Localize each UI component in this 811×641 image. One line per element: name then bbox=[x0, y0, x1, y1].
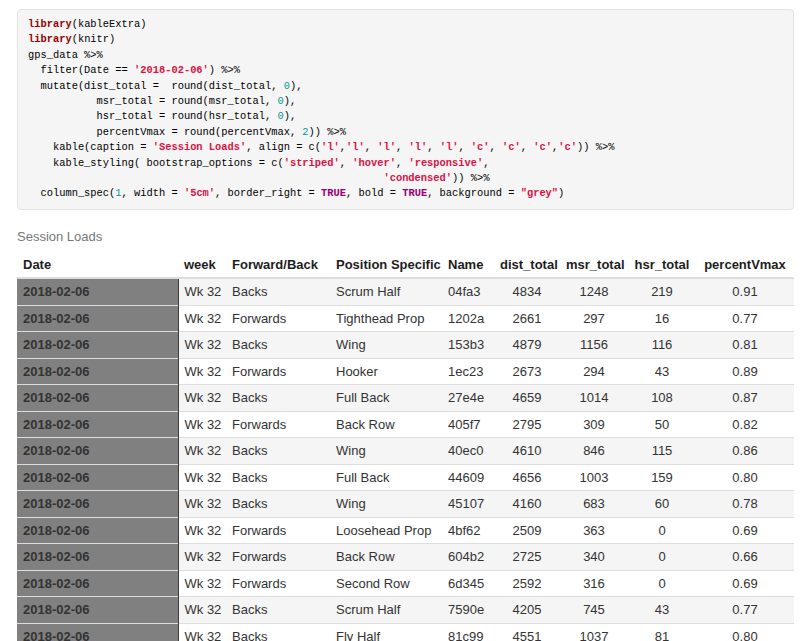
table-header-row: DateweekForward/BackPosition SpecificNam… bbox=[17, 252, 794, 279]
cell-forward-back: Backs bbox=[226, 278, 330, 305]
cell-percent-vmax: 0.89 bbox=[696, 358, 794, 385]
cell-hsr-total: 43 bbox=[628, 597, 696, 624]
cell-position-specific: Loosehead Prop bbox=[330, 517, 442, 544]
cell-forward-back: Backs bbox=[226, 464, 330, 491]
cell-msr-total: 1248 bbox=[560, 278, 628, 305]
cell-msr-total: 363 bbox=[560, 517, 628, 544]
cell-percent-vmax: 0.69 bbox=[696, 517, 794, 544]
cell-msr-total: 745 bbox=[560, 597, 628, 624]
cell-week: Wk 32 bbox=[178, 464, 226, 491]
cell-hsr-total: 116 bbox=[628, 332, 696, 359]
cell-position-specific: Fly Half bbox=[330, 623, 442, 641]
table-caption: Session Loads bbox=[17, 220, 794, 252]
cell-hsr-total: 0 bbox=[628, 517, 696, 544]
cell-forward-back: Forwards bbox=[226, 570, 330, 597]
cell-week: Wk 32 bbox=[178, 278, 226, 305]
cell-name: 405f7 bbox=[442, 411, 494, 438]
cell-week: Wk 32 bbox=[178, 305, 226, 332]
cell-dist-total: 2795 bbox=[494, 411, 560, 438]
cell-name: 04fa3 bbox=[442, 278, 494, 305]
cell-hsr-total: 16 bbox=[628, 305, 696, 332]
code-line: kable_styling( bootstrap_options = c('st… bbox=[28, 156, 785, 171]
cell-date: 2018-02-06 bbox=[17, 464, 178, 491]
cell-name: 6d345 bbox=[442, 570, 494, 597]
cell-forward-back: Backs bbox=[226, 438, 330, 465]
column-header-date: Date bbox=[17, 252, 178, 279]
cell-week: Wk 32 bbox=[178, 517, 226, 544]
cell-week: Wk 32 bbox=[178, 544, 226, 571]
cell-position-specific: Back Row bbox=[330, 411, 442, 438]
cell-date: 2018-02-06 bbox=[17, 544, 178, 571]
cell-hsr-total: 219 bbox=[628, 278, 696, 305]
cell-date: 2018-02-06 bbox=[17, 597, 178, 624]
cell-forward-back: Backs bbox=[226, 597, 330, 624]
code-line: kable(caption = 'Session Loads', align =… bbox=[28, 140, 785, 155]
cell-percent-vmax: 0.66 bbox=[696, 544, 794, 571]
cell-name: 81c99 bbox=[442, 623, 494, 641]
cell-msr-total: 1014 bbox=[560, 385, 628, 412]
cell-name: 153b3 bbox=[442, 332, 494, 359]
cell-hsr-total: 115 bbox=[628, 438, 696, 465]
cell-position-specific: Hooker bbox=[330, 358, 442, 385]
cell-week: Wk 32 bbox=[178, 332, 226, 359]
table-row: 2018-02-06Wk 32BacksWing153b348791156116… bbox=[17, 332, 794, 359]
cell-forward-back: Forwards bbox=[226, 358, 330, 385]
cell-week: Wk 32 bbox=[178, 385, 226, 412]
code-block: library(kableExtra)library(knitr)gps_dat… bbox=[17, 9, 794, 210]
cell-dist-total: 4879 bbox=[494, 332, 560, 359]
cell-week: Wk 32 bbox=[178, 438, 226, 465]
cell-dist-total: 4551 bbox=[494, 623, 560, 641]
cell-position-specific: Scrum Half bbox=[330, 278, 442, 305]
cell-hsr-total: 108 bbox=[628, 385, 696, 412]
cell-date: 2018-02-06 bbox=[17, 305, 178, 332]
cell-week: Wk 32 bbox=[178, 597, 226, 624]
cell-hsr-total: 60 bbox=[628, 491, 696, 518]
cell-position-specific: Tighthead Prop bbox=[330, 305, 442, 332]
code-line: percentVmax = round(percentVmax, 2)) %>% bbox=[28, 125, 785, 140]
session-loads-tbody: 2018-02-06Wk 32BacksScrum Half04fa348341… bbox=[17, 278, 794, 641]
cell-msr-total: 1156 bbox=[560, 332, 628, 359]
table-row: 2018-02-06Wk 32ForwardsLoosehead Prop4bf… bbox=[17, 517, 794, 544]
column-header-percent-vmax: percentVmax bbox=[696, 252, 794, 279]
cell-msr-total: 309 bbox=[560, 411, 628, 438]
cell-dist-total: 4656 bbox=[494, 464, 560, 491]
cell-dist-total: 4610 bbox=[494, 438, 560, 465]
column-header-hsr-total: hsr_total bbox=[628, 252, 696, 279]
cell-msr-total: 297 bbox=[560, 305, 628, 332]
cell-name: 45107 bbox=[442, 491, 494, 518]
cell-forward-back: Forwards bbox=[226, 544, 330, 571]
code-line: library(knitr) bbox=[28, 32, 785, 47]
cell-position-specific: Full Back bbox=[330, 385, 442, 412]
cell-date: 2018-02-06 bbox=[17, 491, 178, 518]
cell-date: 2018-02-06 bbox=[17, 411, 178, 438]
table-row: 2018-02-06Wk 32BacksFly Half81c994551103… bbox=[17, 623, 794, 641]
cell-msr-total: 683 bbox=[560, 491, 628, 518]
column-header-dist-total: dist_total bbox=[494, 252, 560, 279]
cell-percent-vmax: 0.87 bbox=[696, 385, 794, 412]
cell-percent-vmax: 0.80 bbox=[696, 464, 794, 491]
column-header-position-specific: Position Specific bbox=[330, 252, 442, 279]
cell-dist-total: 4659 bbox=[494, 385, 560, 412]
cell-name: 1202a bbox=[442, 305, 494, 332]
cell-date: 2018-02-06 bbox=[17, 623, 178, 641]
cell-date: 2018-02-06 bbox=[17, 438, 178, 465]
cell-forward-back: Backs bbox=[226, 491, 330, 518]
cell-percent-vmax: 0.77 bbox=[696, 305, 794, 332]
cell-hsr-total: 159 bbox=[628, 464, 696, 491]
cell-percent-vmax: 0.81 bbox=[696, 332, 794, 359]
cell-percent-vmax: 0.91 bbox=[696, 278, 794, 305]
cell-percent-vmax: 0.69 bbox=[696, 570, 794, 597]
cell-week: Wk 32 bbox=[178, 570, 226, 597]
cell-msr-total: 846 bbox=[560, 438, 628, 465]
cell-msr-total: 1037 bbox=[560, 623, 628, 641]
cell-percent-vmax: 0.78 bbox=[696, 491, 794, 518]
table-row: 2018-02-06Wk 32BacksScrum Half04fa348341… bbox=[17, 278, 794, 305]
session-loads-table: Session Loads DateweekForward/BackPositi… bbox=[17, 220, 794, 641]
cell-forward-back: Forwards bbox=[226, 305, 330, 332]
cell-dist-total: 2673 bbox=[494, 358, 560, 385]
report-page: library(kableExtra)library(knitr)gps_dat… bbox=[0, 0, 811, 641]
code-line: filter(Date == '2018-02-06') %>% bbox=[28, 63, 785, 78]
cell-week: Wk 32 bbox=[178, 623, 226, 641]
cell-week: Wk 32 bbox=[178, 358, 226, 385]
cell-dist-total: 2592 bbox=[494, 570, 560, 597]
